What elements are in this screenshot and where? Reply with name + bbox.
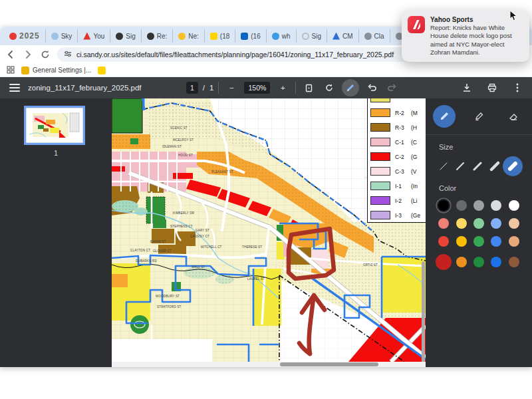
color-swatch[interactable] bbox=[509, 257, 519, 267]
legend-swatch bbox=[370, 123, 390, 132]
color-swatch[interactable] bbox=[438, 200, 449, 211]
stroke-size-5[interactable] bbox=[503, 156, 523, 176]
tab-wh[interactable]: wh bbox=[266, 29, 296, 43]
tab-sky[interactable]: Sky bbox=[45, 29, 78, 43]
aol-bookmark-icon[interactable] bbox=[98, 66, 106, 74]
legend-swatch bbox=[370, 138, 390, 146]
thumbnail-panel: 1 bbox=[0, 98, 112, 367]
circle-icon bbox=[272, 33, 279, 40]
download-icon[interactable] bbox=[459, 80, 475, 96]
color-swatch[interactable] bbox=[473, 200, 484, 211]
tab-sig2[interactable]: Sig bbox=[296, 29, 327, 43]
color-swatch[interactable] bbox=[509, 218, 519, 229]
reload-icon[interactable] bbox=[40, 49, 51, 60]
more-options-icon[interactable] bbox=[509, 80, 525, 96]
tab-label: Sig bbox=[126, 33, 135, 40]
redo-icon[interactable] bbox=[384, 80, 400, 96]
tab-re[interactable]: Re: bbox=[141, 29, 173, 43]
zoom-out-button[interactable]: − bbox=[223, 80, 239, 96]
color-swatch[interactable] bbox=[456, 200, 467, 211]
bookmark-favicon bbox=[21, 66, 29, 74]
annotation-panel: Size Color bbox=[426, 98, 532, 367]
color-swatch[interactable] bbox=[456, 218, 467, 229]
triangle-icon bbox=[332, 33, 340, 40]
bookmark-general-settings[interactable]: General Settings |... bbox=[21, 66, 91, 74]
target-icon bbox=[9, 33, 17, 40]
color-palette bbox=[426, 192, 532, 270]
pdf-content: 1 bbox=[0, 98, 532, 367]
stroke-size-1[interactable] bbox=[435, 158, 452, 175]
back-icon[interactable] bbox=[5, 49, 16, 60]
color-swatch[interactable] bbox=[491, 236, 501, 247]
stroke-size-4[interactable] bbox=[486, 158, 503, 175]
pdf-page-map[interactable]: SCENIC ST MCELROY ST IDLEMAN ST HOOD ST … bbox=[112, 98, 426, 367]
undo-icon[interactable] bbox=[364, 80, 380, 96]
highlighter-tool-button[interactable] bbox=[467, 105, 490, 128]
color-swatch[interactable] bbox=[509, 200, 519, 211]
legend-swatch bbox=[370, 108, 390, 117]
color-swatch-selected[interactable] bbox=[436, 254, 452, 270]
color-swatch[interactable] bbox=[491, 257, 501, 267]
vertical-scrollbar[interactable] bbox=[422, 261, 425, 367]
tab-label: Cla bbox=[374, 33, 384, 40]
tab-sig1[interactable]: Sig bbox=[110, 29, 140, 43]
tab-ne[interactable]: Ne: bbox=[172, 29, 204, 43]
tab-aol[interactable]: (18 bbox=[204, 29, 235, 43]
globe-icon bbox=[364, 33, 372, 40]
color-swatch[interactable] bbox=[473, 236, 484, 247]
rotate-icon[interactable] bbox=[321, 80, 337, 96]
apple-icon bbox=[116, 33, 123, 40]
tab-label: wh bbox=[282, 33, 291, 40]
color-swatch[interactable] bbox=[491, 218, 501, 229]
print-icon[interactable] bbox=[484, 80, 500, 96]
apps-grid-icon[interactable] bbox=[7, 65, 15, 76]
fit-page-icon[interactable] bbox=[301, 80, 317, 96]
horizontal-scrollbar[interactable] bbox=[280, 362, 378, 366]
thumbnail-page-number: 1 bbox=[0, 149, 112, 157]
street-label: ORTIZ ST bbox=[363, 263, 378, 267]
news-app-icon bbox=[408, 16, 425, 33]
legend-swatch bbox=[370, 98, 390, 102]
pdf-toolbar: zoning_11x17_february_2025.pdf 1 / 1 − 1… bbox=[0, 77, 532, 98]
screen: 2025 Sky You Sig Re: Ne: bbox=[0, 0, 532, 399]
page-thumbnail[interactable] bbox=[24, 106, 85, 145]
site-info-icon[interactable] bbox=[64, 49, 72, 61]
apple-icon bbox=[147, 33, 154, 40]
horizontal-scrollbar-track bbox=[112, 362, 426, 367]
color-swatch[interactable] bbox=[438, 218, 449, 229]
color-swatch[interactable] bbox=[438, 236, 449, 247]
tab-label: 2025 bbox=[19, 31, 40, 41]
stroke-size-2[interactable] bbox=[452, 158, 469, 175]
zoom-level[interactable]: 150% bbox=[244, 82, 270, 94]
tab-cm[interactable]: CM bbox=[327, 29, 358, 43]
tab-you[interactable]: You bbox=[77, 29, 110, 43]
pen-tool-button[interactable] bbox=[433, 105, 456, 128]
eraser-tool-button[interactable] bbox=[502, 105, 525, 128]
street-label: LAUREL ST bbox=[247, 277, 265, 281]
tab-label: Sig bbox=[312, 33, 321, 40]
color-swatch[interactable] bbox=[456, 257, 467, 267]
pdf-filename: zoning_11x17_february_2025.pdf bbox=[28, 84, 142, 92]
street-label: GARY ST bbox=[196, 229, 209, 232]
color-swatch[interactable] bbox=[509, 236, 519, 247]
color-swatch[interactable] bbox=[473, 218, 484, 229]
tab-cla1[interactable]: Cla bbox=[358, 29, 390, 43]
street-label: HOOD ST bbox=[178, 154, 193, 157]
circle-icon bbox=[178, 33, 186, 40]
stroke-size-3[interactable] bbox=[469, 158, 486, 175]
color-swatch[interactable] bbox=[456, 236, 467, 247]
tab-label: (16 bbox=[251, 33, 260, 40]
tab-linkedin[interactable]: (16 bbox=[235, 29, 265, 43]
color-swatch[interactable] bbox=[473, 257, 484, 267]
menu-icon[interactable] bbox=[9, 84, 20, 92]
annotate-button[interactable] bbox=[342, 79, 359, 96]
page-number-input[interactable]: 1 bbox=[186, 82, 198, 94]
tab-label: Re: bbox=[157, 33, 168, 40]
forward-icon[interactable] bbox=[23, 49, 33, 60]
tab-2025[interactable]: 2025 bbox=[4, 29, 45, 43]
color-swatch[interactable] bbox=[491, 200, 501, 211]
street-label: CLAYTON CT bbox=[130, 249, 150, 252]
street-label: WALL ST bbox=[192, 265, 205, 269]
zoom-in-button[interactable]: + bbox=[275, 80, 291, 96]
street-label: KIMBERLY DR bbox=[173, 211, 194, 215]
